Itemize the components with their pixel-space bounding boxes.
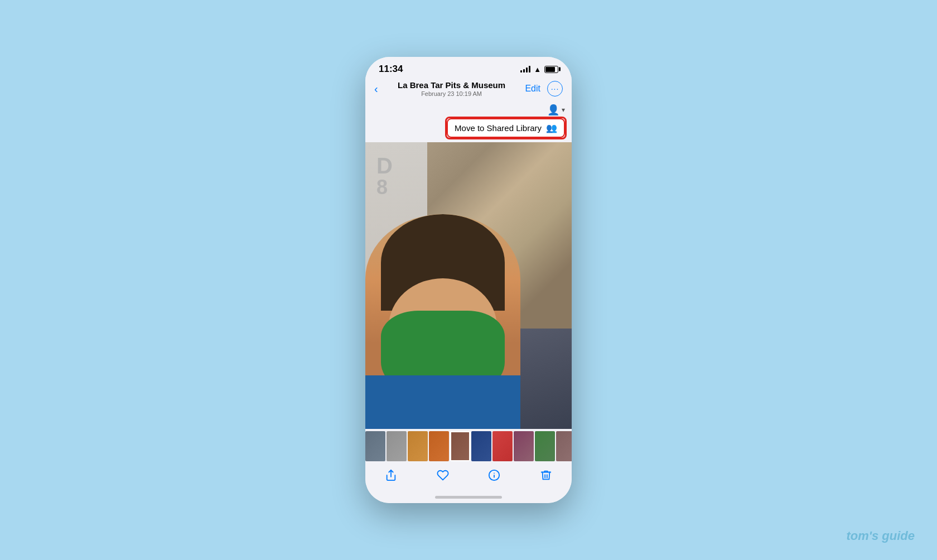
delete-button[interactable] bbox=[540, 469, 552, 481]
chevron-down-icon: ▾ bbox=[562, 106, 565, 114]
info-button[interactable] bbox=[488, 469, 500, 481]
controls-row: 👤 ▾ bbox=[372, 104, 565, 116]
edit-button[interactable]: Edit bbox=[525, 84, 540, 94]
thumbnail-7[interactable] bbox=[492, 431, 513, 461]
thumbnail-9[interactable] bbox=[535, 431, 555, 461]
nav-actions: Edit ··· bbox=[525, 81, 563, 96]
main-photo[interactable]: D 8 ION bbox=[365, 142, 572, 429]
favorite-button[interactable] bbox=[437, 469, 449, 481]
top-controls: 👤 ▾ Move to Shared Library 👥 bbox=[365, 102, 572, 142]
nav-subtitle: February 23 10:19 AM bbox=[378, 90, 525, 97]
person-photo bbox=[365, 214, 520, 429]
move-shared-wrapper: Move to Shared Library 👥 bbox=[447, 118, 565, 138]
signal-icon bbox=[520, 66, 530, 73]
person-icon: 👤 bbox=[547, 104, 559, 116]
thumbnail-2[interactable] bbox=[387, 431, 407, 461]
thumbnail-8[interactable] bbox=[514, 431, 534, 461]
thumbnail-10[interactable] bbox=[556, 431, 572, 461]
move-shared-label: Move to Shared Library bbox=[455, 123, 542, 133]
home-indicator bbox=[365, 493, 572, 503]
nav-title: La Brea Tar Pits & Museum bbox=[378, 80, 525, 90]
shared-people-icon: 👥 bbox=[546, 123, 557, 133]
thumbnail-5-active[interactable] bbox=[450, 431, 470, 461]
wifi-icon: ▲ bbox=[534, 65, 541, 74]
home-pill bbox=[435, 496, 502, 499]
person-shirt bbox=[365, 375, 520, 429]
battery-icon bbox=[544, 66, 558, 73]
status-icons: ▲ bbox=[520, 65, 558, 74]
thumbnail-6[interactable] bbox=[471, 431, 491, 461]
battery-fill bbox=[545, 67, 555, 72]
museum-number-8: 8 bbox=[376, 176, 388, 199]
museum-letter-d: D bbox=[376, 153, 393, 178]
thumbnail-1[interactable] bbox=[365, 431, 385, 461]
bottom-bar bbox=[365, 464, 572, 493]
share-button[interactable] bbox=[385, 469, 397, 481]
more-button[interactable]: ··· bbox=[547, 81, 563, 96]
move-to-shared-library-button[interactable]: Move to Shared Library 👥 bbox=[447, 118, 565, 138]
toms-guide-watermark: tom's guide bbox=[846, 529, 915, 543]
thumbnail-4[interactable] bbox=[429, 431, 449, 461]
nav-bar: ‹ La Brea Tar Pits & Museum February 23 … bbox=[365, 78, 572, 102]
thumbnail-strip bbox=[365, 429, 572, 464]
thumbnail-3[interactable] bbox=[408, 431, 428, 461]
nav-title-block: La Brea Tar Pits & Museum February 23 10… bbox=[378, 80, 525, 97]
person-dropdown[interactable]: 👤 ▾ bbox=[547, 104, 565, 116]
photo-container: D 8 ION bbox=[365, 142, 572, 429]
back-button[interactable]: ‹ bbox=[374, 83, 378, 95]
status-time: 11:34 bbox=[379, 64, 403, 75]
status-bar: 11:34 ▲ bbox=[365, 57, 572, 78]
phone-frame: 11:34 ▲ ‹ La Brea Tar Pits & Museum Febr… bbox=[365, 57, 572, 503]
